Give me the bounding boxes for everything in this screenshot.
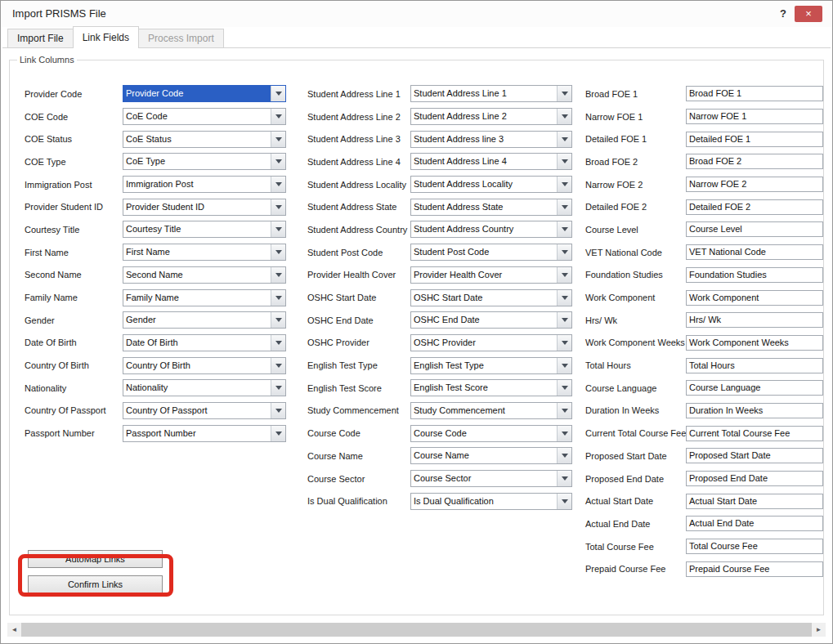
chevron-down-icon[interactable] (271, 86, 285, 101)
field-combobox[interactable]: Second Name (123, 266, 286, 284)
field-combobox[interactable]: Student Address Line 2 (410, 108, 572, 125)
chevron-down-icon[interactable] (271, 290, 285, 306)
field-textbox[interactable]: Total Hours (686, 358, 823, 373)
chevron-down-icon[interactable] (271, 244, 285, 260)
field-textbox[interactable]: Work Component Weeks (686, 335, 823, 351)
field-combobox[interactable]: Country Of Passport (123, 402, 286, 419)
field-combobox[interactable]: OSHC Provider (410, 334, 572, 351)
chevron-down-icon[interactable] (271, 221, 285, 237)
field-combobox[interactable]: OSHC Start Date (410, 289, 572, 306)
field-combobox[interactable]: Provider Student ID (123, 199, 286, 216)
field-textbox[interactable]: Duration In Weeks (686, 403, 823, 418)
field-combobox[interactable]: Is Dual Qualification (410, 493, 572, 510)
chevron-down-icon[interactable] (557, 312, 571, 328)
chevron-down-icon[interactable] (557, 290, 571, 306)
field-textbox[interactable]: Narrow FOE 1 (686, 109, 823, 124)
chevron-down-icon[interactable] (557, 380, 571, 396)
field-combobox[interactable]: Student Address Line 4 (410, 153, 572, 170)
field-textbox[interactable]: Total Course Fee (686, 539, 823, 554)
scroll-left-icon[interactable]: ◄ (7, 623, 21, 637)
horizontal-scrollbar[interactable]: ◄ ► (7, 623, 826, 637)
field-combobox[interactable]: Nationality (123, 379, 286, 396)
field-combobox[interactable]: Family Name (123, 289, 286, 306)
field-textbox[interactable]: Course Language (686, 380, 823, 396)
field-textbox[interactable]: Proposed End Date (686, 471, 823, 486)
chevron-down-icon[interactable] (557, 199, 571, 215)
field-combobox[interactable]: Student Address Line 1 (410, 85, 572, 102)
field-textbox[interactable]: Actual Start Date (686, 494, 823, 509)
field-textbox[interactable]: Broad FOE 1 (686, 86, 823, 101)
field-combobox[interactable]: Student Address Country (410, 221, 572, 238)
chevron-down-icon[interactable] (271, 358, 285, 373)
chevron-down-icon[interactable] (271, 132, 285, 147)
chevron-down-icon[interactable] (557, 426, 571, 441)
scroll-right-icon[interactable]: ► (812, 623, 826, 637)
chevron-down-icon[interactable] (271, 403, 285, 418)
field-combobox[interactable]: Course Sector (410, 470, 572, 487)
chevron-down-icon[interactable] (557, 154, 571, 169)
chevron-down-icon[interactable] (557, 358, 571, 373)
field-combobox[interactable]: Gender (123, 311, 286, 329)
field-combobox[interactable]: Course Name (410, 447, 572, 464)
field-textbox[interactable]: Broad FOE 2 (686, 154, 823, 169)
chevron-down-icon[interactable] (271, 380, 285, 396)
field-textbox[interactable]: Course Level (686, 221, 823, 237)
field-combobox[interactable]: Student Post Code (410, 244, 572, 261)
chevron-down-icon[interactable] (271, 177, 285, 192)
chevron-down-icon[interactable] (271, 109, 285, 124)
chevron-down-icon[interactable] (271, 335, 285, 351)
chevron-down-icon[interactable] (557, 448, 571, 463)
chevron-down-icon[interactable] (557, 221, 571, 237)
chevron-down-icon[interactable] (271, 312, 285, 328)
chevron-down-icon[interactable] (557, 335, 571, 351)
chevron-down-icon[interactable] (557, 132, 571, 147)
confirm-links-button[interactable]: Confirm Links (28, 575, 163, 593)
chevron-down-icon[interactable] (271, 426, 285, 441)
chevron-down-icon[interactable] (557, 267, 571, 283)
field-combobox[interactable]: Student Address State (410, 199, 572, 216)
chevron-down-icon[interactable] (557, 244, 571, 260)
field-combobox[interactable]: Courtesy Title (123, 221, 286, 238)
field-combobox[interactable]: CoE Status (123, 131, 286, 148)
help-icon[interactable]: ? (777, 7, 790, 20)
tab[interactable]: Import File (7, 29, 74, 47)
field-combobox[interactable]: Student Address line 3 (410, 131, 572, 148)
scrollbar-thumb[interactable] (21, 623, 812, 637)
chevron-down-icon[interactable] (557, 109, 571, 124)
tab[interactable]: Link Fields (73, 26, 139, 48)
chevron-down-icon[interactable] (557, 494, 571, 509)
field-textbox[interactable]: Proposed Start Date (686, 448, 823, 463)
field-textbox[interactable]: Work Component (686, 290, 823, 306)
chevron-down-icon[interactable] (271, 199, 285, 215)
field-combobox[interactable]: Provider Code (123, 85, 286, 102)
field-combobox[interactable]: CoE Type (123, 153, 286, 170)
field-combobox[interactable]: Student Address Locality (410, 176, 572, 193)
chevron-down-icon[interactable] (557, 403, 571, 418)
tab[interactable]: Process Import (138, 29, 224, 47)
field-textbox[interactable]: VET National Code (686, 244, 823, 260)
chevron-down-icon[interactable] (271, 267, 285, 283)
automap-links-button[interactable]: AutoMap Links (28, 550, 163, 568)
field-textbox[interactable]: Narrow FOE 2 (686, 177, 823, 192)
field-textbox[interactable]: Detailed FOE 2 (686, 199, 823, 215)
field-textbox[interactable]: Foundation Studies (686, 267, 823, 283)
field-combobox[interactable]: Study Commencement (410, 402, 572, 419)
chevron-down-icon[interactable] (557, 471, 571, 486)
field-textbox[interactable]: Actual End Date (686, 516, 823, 531)
field-combobox[interactable]: Date Of Birth (123, 334, 286, 351)
chevron-down-icon[interactable] (271, 154, 285, 169)
field-textbox[interactable]: Detailed FOE 1 (686, 132, 823, 147)
field-combobox[interactable]: OSHC End Date (410, 311, 572, 329)
chevron-down-icon[interactable] (557, 177, 571, 192)
field-combobox[interactable]: Provider Health Cover (410, 266, 572, 284)
field-combobox[interactable]: English Test Type (410, 357, 572, 374)
field-textbox[interactable]: Prepaid Course Fee (686, 561, 823, 577)
field-combobox[interactable]: CoE Code (123, 108, 286, 125)
field-combobox[interactable]: Passport Number (123, 425, 286, 442)
field-textbox[interactable]: Current Total Course Fee (686, 426, 823, 441)
field-combobox[interactable]: English Test Score (410, 379, 572, 396)
chevron-down-icon[interactable] (557, 86, 571, 101)
field-combobox[interactable]: Immigration Post (123, 176, 286, 193)
close-icon[interactable]: × (795, 6, 822, 22)
field-combobox[interactable]: First Name (123, 244, 286, 261)
